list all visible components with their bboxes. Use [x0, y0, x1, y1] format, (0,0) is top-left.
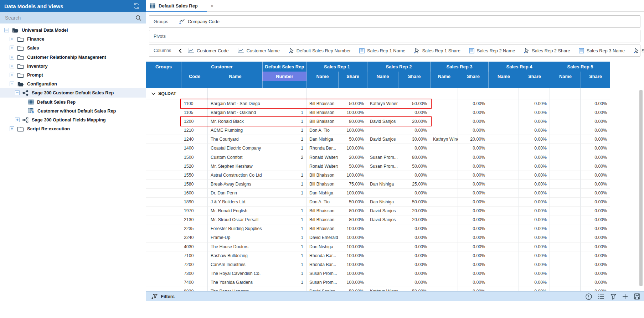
- cell-sr2-name[interactable]: [367, 251, 398, 260]
- cell-sr3-share[interactable]: 20.00%: [458, 135, 488, 144]
- cell-name[interactable]: Bargain Mart - San Diego: [208, 99, 262, 108]
- cell-name[interactable]: ACME Plumbing: [208, 126, 262, 135]
- cell-name[interactable]: Bargain Mart - Oakland: [208, 108, 262, 117]
- table-row[interactable]: 2235Forester Building Supplies1Bill Bhai…: [146, 224, 610, 233]
- cell-name[interactable]: CanAm Industries: [208, 260, 262, 269]
- cell-sr2-share[interactable]: 0.00%: [398, 233, 430, 242]
- cell-groups[interactable]: [146, 189, 181, 198]
- cell-code[interactable]: 7400: [181, 278, 208, 287]
- cell-sr2-share[interactable]: 0.00%: [398, 108, 430, 117]
- cell-sr4-name[interactable]: [488, 135, 519, 144]
- cell-sr2-share[interactable]: 0.00%: [398, 224, 430, 233]
- cell-sr3-name[interactable]: [430, 99, 458, 108]
- refresh-icon[interactable]: [133, 2, 140, 10]
- cell-sr5-name[interactable]: [550, 153, 581, 162]
- cell-sr1-share[interactable]: 80.00%: [338, 215, 367, 224]
- cell-sr3-name[interactable]: [430, 144, 458, 153]
- cell-code[interactable]: 1100: [181, 99, 208, 108]
- cell-code[interactable]: 4030: [181, 243, 208, 251]
- cell-number[interactable]: 1: [262, 108, 306, 117]
- cell-sr1-share[interactable]: 100.00%: [338, 126, 367, 135]
- cell-sr1-share[interactable]: 50.00%: [338, 162, 367, 171]
- cell-sr1-name[interactable]: Bill Bhaisson: [306, 224, 338, 233]
- tree-item-customer-relationship-management[interactable]: Customer Relationship Management: [0, 53, 146, 62]
- expander-plus-icon[interactable]: [10, 55, 14, 59]
- cell-sr3-name[interactable]: [430, 243, 458, 251]
- cell-sr4-share[interactable]: 0.00%: [519, 269, 550, 278]
- table-row[interactable]: 1550Astral Construction Co Ltd.1Bill Bha…: [146, 171, 610, 180]
- cell-name[interactable]: Mr. Stephen Kershaw: [208, 162, 262, 171]
- cell-groups[interactable]: [146, 171, 181, 180]
- cell-sr2-share[interactable]: 20.00%: [398, 215, 430, 224]
- tree-item-configuration[interactable]: Configuration: [0, 79, 146, 88]
- tree-item-universal-data-model[interactable]: Universal Data Model: [0, 26, 146, 35]
- column-group-header-sales-rep-1[interactable]: Sales Rep 1: [306, 62, 367, 72]
- cell-sr1-name[interactable]: Bill Bhaisson: [306, 171, 338, 180]
- cell-sr3-share[interactable]: 0.00%: [458, 207, 488, 215]
- cell-sr3-share[interactable]: 0.00%: [458, 251, 488, 260]
- cell-groups[interactable]: [146, 233, 181, 242]
- cell-sr5-name[interactable]: [550, 117, 581, 126]
- cell-groups[interactable]: [146, 260, 181, 269]
- cell-sr2-share[interactable]: 0.00%: [398, 189, 430, 198]
- refresh-icon[interactable]: [133, 2, 140, 10]
- cell-sr3-name[interactable]: [430, 215, 458, 224]
- cell-sr3-share[interactable]: 0.00%: [458, 108, 488, 117]
- cell-name[interactable]: The House Doctors: [208, 243, 262, 251]
- tree-item-script-re-execution[interactable]: Script Re-execution: [0, 124, 146, 133]
- cell-sr2-share[interactable]: 0.00%: [398, 243, 430, 251]
- cell-sr4-share[interactable]: 0.00%: [519, 162, 550, 171]
- cell-sr5-name[interactable]: [550, 171, 581, 180]
- cell-sr3-share[interactable]: 0.00%: [458, 198, 488, 207]
- cell-sr4-name[interactable]: [488, 224, 519, 233]
- cell-sr2-name[interactable]: Dan Nishiga: [367, 198, 398, 207]
- cell-sr1-name[interactable]: Don A. Tio: [306, 198, 338, 207]
- cell-sr4-name[interactable]: [488, 117, 519, 126]
- cell-sr3-share[interactable]: 0.00%: [458, 260, 488, 269]
- cell-sr3-share[interactable]: 0.00%: [458, 233, 488, 242]
- cell-sr4-name[interactable]: [488, 215, 519, 224]
- cell-sr2-share[interactable]: 0.00%: [398, 144, 430, 153]
- cell-sr4-name[interactable]: [488, 144, 519, 153]
- table-row[interactable]: 7300The Royal Cavendish Co.1Susan Prom..…: [146, 269, 610, 278]
- column-group-header-customer[interactable]: Customer: [181, 62, 262, 72]
- cell-number[interactable]: 1: [262, 215, 306, 224]
- column-group-header-sales-rep-3[interactable]: Sales Rep 3: [430, 62, 488, 72]
- cell-code[interactable]: 7100: [181, 251, 208, 260]
- cell-number[interactable]: 1: [262, 269, 306, 278]
- cell-name[interactable]: J & Y Builders Ltd.: [208, 198, 262, 207]
- cell-sr2-share[interactable]: 30.00%: [398, 135, 430, 144]
- cell-sr3-share[interactable]: 0.00%: [458, 269, 488, 278]
- cell-sr2-name[interactable]: Susan Prom...: [367, 162, 398, 171]
- cell-groups[interactable]: [146, 224, 181, 233]
- cell-sr3-name[interactable]: [430, 207, 458, 215]
- cell-number[interactable]: 1: [262, 135, 306, 144]
- cell-sr1-share[interactable]: 75.00%: [338, 180, 367, 189]
- cell-sr5-share[interactable]: 0.00%: [581, 278, 610, 287]
- table-row[interactable]: 1890J & Y Builders Ltd.Don A. Tio50.00%D…: [146, 198, 610, 207]
- cell-sr2-share[interactable]: 20.00%: [398, 117, 430, 126]
- cell-number[interactable]: 1: [262, 117, 306, 126]
- table-row[interactable]: 1600Dr. Dan Penn1Dan Nishiga100.00%0.00%…: [146, 189, 610, 198]
- cell-sr4-name[interactable]: [488, 243, 519, 251]
- cell-number[interactable]: 1: [262, 207, 306, 215]
- cell-code[interactable]: 1200: [181, 117, 208, 126]
- cell-groups[interactable]: [146, 144, 181, 153]
- cell-name[interactable]: Forester Building Supplies: [208, 224, 262, 233]
- cell-name[interactable]: The Courtyard: [208, 135, 262, 144]
- cell-sr5-name[interactable]: [550, 207, 581, 215]
- cell-code[interactable]: 1550: [181, 171, 208, 180]
- cell-sr4-share[interactable]: 0.00%: [519, 224, 550, 233]
- cell-number[interactable]: 1: [262, 233, 306, 242]
- cell-code[interactable]: 1580: [181, 180, 208, 189]
- cell-sr2-name[interactable]: Susan Prom...: [367, 153, 398, 162]
- cell-sr1-share[interactable]: 50.00%: [338, 135, 367, 144]
- cell-sr5-share[interactable]: 0.00%: [581, 233, 610, 242]
- cell-sr4-name[interactable]: [488, 171, 519, 180]
- search-input[interactable]: [4, 15, 135, 21]
- cell-sr4-name[interactable]: [488, 153, 519, 162]
- cell-sr1-name[interactable]: Dan Nishiga: [306, 243, 338, 251]
- cell-sr5-share[interactable]: 0.00%: [581, 117, 610, 126]
- cell-sr3-share[interactable]: 0.00%: [458, 162, 488, 171]
- cell-sr1-share[interactable]: 100.00%: [338, 269, 367, 278]
